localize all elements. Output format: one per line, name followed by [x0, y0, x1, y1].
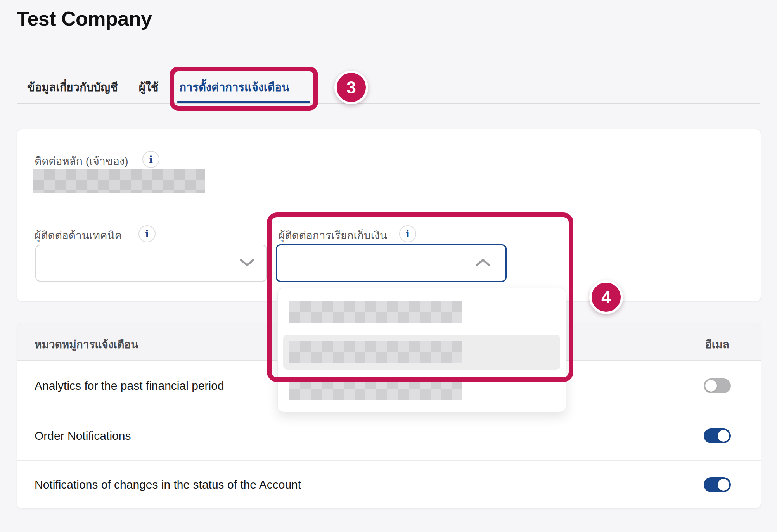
technical-contact-info-icon[interactable]: i	[138, 225, 156, 242]
page: Test Company ข้อมูลเกี่ยวกับบัญชี ผู้ใช้…	[0, 0, 777, 532]
annotation-badge-step-3: 3	[334, 71, 368, 104]
dropdown-option-redacted[interactable]	[289, 341, 462, 363]
tab-users[interactable]: ผู้ใช้	[139, 78, 159, 96]
primary-contact-label: ติดต่อหลัก (เจ้าของ)	[35, 152, 128, 169]
technical-contact-select[interactable]	[35, 245, 267, 282]
primary-contact-info-icon[interactable]: i	[142, 151, 159, 168]
contacts-card: ติดต่อหลัก (เจ้าของ) i ผู้ติดต่อด้านเทคน…	[17, 129, 761, 302]
billing-contact-info-icon[interactable]: i	[399, 225, 416, 242]
tab-bar-divider	[17, 103, 760, 104]
billing-contact-select[interactable]	[276, 244, 507, 282]
email-toggle[interactable]	[704, 477, 731, 492]
dropdown-option-redacted[interactable]	[289, 301, 462, 323]
table-row: Order Notifications	[17, 411, 761, 461]
toggle-knob	[718, 430, 729, 442]
tab-bar: ข้อมูลเกี่ยวกับบัญชี ผู้ใช้ การตั้งค่ากา…	[27, 76, 289, 98]
tab-account-info[interactable]: ข้อมูลเกี่ยวกับบัญชี	[27, 78, 118, 96]
notification-row-label: Analytics for the past financial period	[35, 379, 224, 392]
chevron-down-icon	[239, 258, 255, 268]
active-tab-underline	[177, 101, 310, 103]
column-header-category: หมวดหมู่การแจ้งเตือน	[35, 336, 138, 353]
chevron-up-icon	[475, 258, 491, 268]
billing-contact-label: ผู้ติดต่อการเรียกเก็บเงิน	[279, 227, 387, 244]
toggle-knob	[705, 380, 717, 392]
notification-row-label: Order Notifications	[35, 429, 131, 442]
toggle-knob	[718, 479, 729, 491]
billing-contact-dropdown-panel	[277, 288, 566, 412]
tab-notification-settings[interactable]: การตั้งค่าการแจ้งเตือน	[180, 78, 289, 96]
notification-row-label: Notifications of changes in the status o…	[35, 478, 301, 491]
primary-contact-value-redacted	[33, 169, 205, 193]
email-toggle[interactable]	[704, 378, 731, 393]
dropdown-option-redacted[interactable]	[289, 378, 462, 400]
page-title: Test Company	[17, 7, 152, 30]
table-row: Notifications of changes in the status o…	[17, 461, 761, 508]
annotation-badge-step-4: 4	[589, 280, 623, 314]
technical-contact-label: ผู้ติดต่อด้านเทคนิค	[35, 227, 122, 244]
email-toggle[interactable]	[704, 428, 731, 443]
column-header-email: อีเมล	[678, 336, 756, 353]
